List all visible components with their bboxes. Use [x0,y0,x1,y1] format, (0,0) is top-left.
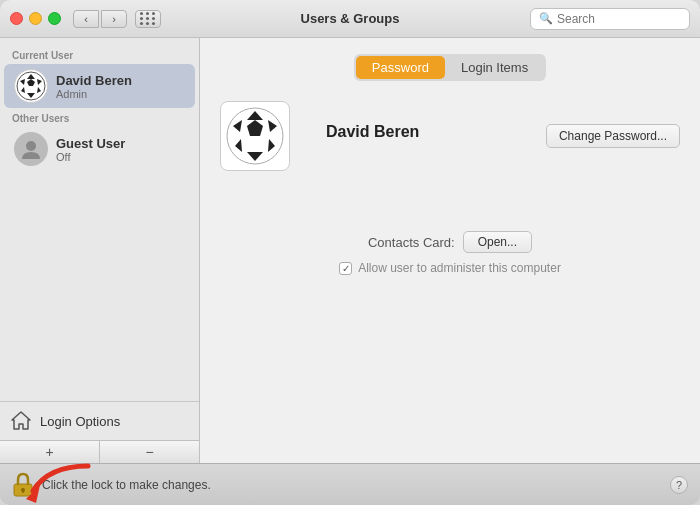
change-password-button[interactable]: Change Password... [546,124,680,148]
svg-point-8 [26,141,36,151]
sidebar-item-guest-user[interactable]: Guest User Off [4,127,195,171]
apps-grid-icon [140,12,156,25]
contacts-label: Contacts Card: [368,235,455,250]
guest-user-role: Off [56,151,125,163]
main-content: Current User David Beren Admin [0,38,700,463]
guest-user-icon [19,137,43,161]
tab-password[interactable]: Password [356,56,445,79]
lock-icon [12,472,34,498]
user-avatar-football [14,69,48,103]
lock-text: Click the lock to make changes. [42,478,211,492]
current-user-info: David Beren Admin [56,73,132,100]
search-box[interactable]: 🔍 [530,8,690,30]
login-options-item[interactable]: Login Options [0,401,199,440]
sidebar: Current User David Beren Admin [0,38,200,463]
user-avatar-large-football-icon [225,106,285,166]
tab-bar: Password Login Items [220,54,680,81]
bottom-section: Click the lock to make changes. ? [0,463,700,505]
search-icon: 🔍 [539,12,553,25]
apps-button[interactable] [135,10,161,28]
current-user-name: David Beren [56,73,132,88]
current-user-role: Admin [56,88,132,100]
help-button[interactable]: ? [670,476,688,494]
sidebar-item-current-user[interactable]: David Beren Admin [4,64,195,108]
titlebar: ‹ › Users & Groups 🔍 [0,0,700,38]
add-user-button[interactable]: + [0,441,100,463]
tab-group: Password Login Items [354,54,546,81]
current-user-label: Current User [0,46,199,63]
house-icon [10,410,32,432]
remove-user-button[interactable]: − [100,441,199,463]
minimize-button[interactable] [29,12,42,25]
sidebar-buttons: + − [0,440,199,463]
other-users-label: Other Users [0,109,199,126]
admin-checkbox[interactable]: ✓ [339,262,352,275]
traffic-lights [10,12,61,25]
svg-rect-20 [22,490,24,493]
tab-login-items[interactable]: Login Items [445,56,544,79]
guest-user-name: Guest User [56,136,125,151]
window-title: Users & Groups [301,11,400,26]
close-button[interactable] [10,12,23,25]
user-header-row: David Beren Change Password... [220,101,680,171]
bottom-bar: Click the lock to make changes. ? [0,463,700,505]
lock-area[interactable]: Click the lock to make changes. [12,472,211,498]
guest-avatar [14,132,48,166]
forward-button[interactable]: › [101,10,127,28]
login-options-label: Login Options [40,414,120,429]
search-input[interactable] [557,12,681,26]
admin-checkbox-label: Allow user to administer this computer [358,261,561,275]
football-icon [15,70,47,102]
user-detail-name: David Beren [326,123,419,141]
guest-user-info: Guest User Off [56,136,125,163]
nav-buttons: ‹ › [73,10,127,28]
user-avatar-large [220,101,290,171]
open-contacts-button[interactable]: Open... [463,231,532,253]
contacts-row: Contacts Card: Open... [220,231,680,253]
back-button[interactable]: ‹ [73,10,99,28]
admin-checkbox-row: ✓ Allow user to administer this computer [220,261,680,275]
maximize-button[interactable] [48,12,61,25]
right-panel: Password Login Items Da [200,38,700,463]
